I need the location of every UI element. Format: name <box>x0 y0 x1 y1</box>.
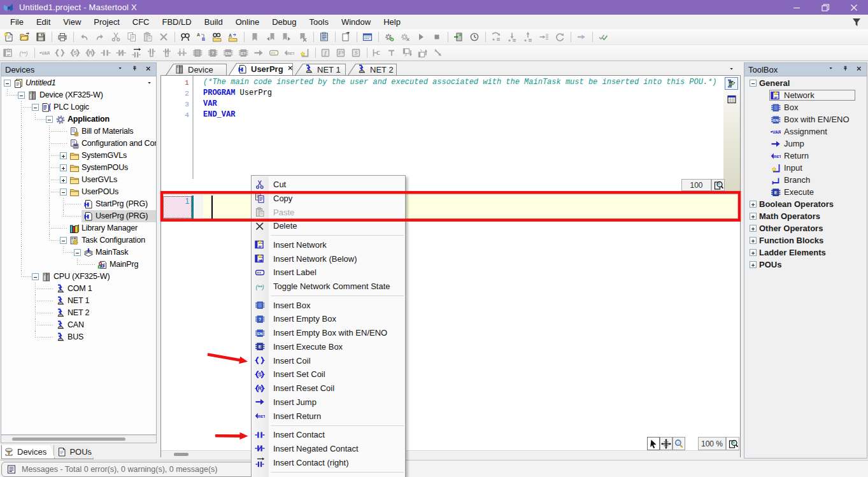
ld-parallel-neg-contact-icon[interactable] <box>160 46 173 60</box>
cut-gray-icon[interactable] <box>108 30 123 44</box>
ld-jump-icon[interactable] <box>252 46 265 60</box>
save-icon[interactable] <box>33 30 48 44</box>
undo-icon[interactable] <box>76 30 91 44</box>
menu-project[interactable]: Project <box>87 15 125 29</box>
ladder-network-row[interactable]: 1 <box>161 195 740 219</box>
toolbox-pous[interactable]: POUs <box>744 259 867 271</box>
toolbox-boolean-operators[interactable]: Boolean Operators <box>744 198 867 210</box>
context-insert-box[interactable]: Insert Box <box>252 299 406 313</box>
tree-item-net-2[interactable]: NET 2 <box>1 307 157 319</box>
ld-branch-start-icon[interactable] <box>370 46 383 60</box>
chevron-down-icon[interactable] <box>117 65 125 74</box>
clock-icon[interactable] <box>467 30 481 44</box>
menu-cfc[interactable]: CFC <box>126 15 156 29</box>
context-insert-return[interactable]: RET Insert Return <box>252 409 406 424</box>
pin-icon[interactable] <box>131 65 139 74</box>
ld-label-icon[interactable] <box>267 46 280 60</box>
tree-item-com-1[interactable]: COM 1 <box>1 283 157 295</box>
code-line[interactable]: 1 (*The main code inserted by the user a… <box>161 77 740 88</box>
paste-gray-icon[interactable] <box>140 30 155 44</box>
context-insert-reset-coil[interactable]: R Insert Reset Coil <box>252 381 406 395</box>
cursor-arrow-tool-button[interactable] <box>647 437 660 450</box>
context-paste[interactable]: Paste <box>252 206 406 220</box>
context-insert-execute-box[interactable]: E Insert Execute Box <box>252 340 406 354</box>
code-line[interactable]: 4 END_VAR <box>161 110 740 120</box>
ld-branch-t-icon[interactable] <box>385 46 399 60</box>
ld-coil-icon[interactable] <box>53 46 66 60</box>
ld-s-box-icon[interactable]: S <box>349 46 362 60</box>
ld-comment-icon[interactable]: (**) <box>17 46 30 60</box>
ld-contact-icon[interactable] <box>99 46 112 60</box>
run-play-icon[interactable] <box>413 30 428 44</box>
context-insert-jump[interactable]: Insert Jump <box>252 395 406 409</box>
export-page-icon[interactable] <box>338 30 353 44</box>
open-folder-icon[interactable] <box>17 30 32 44</box>
context-insert-negated-contact[interactable]: Insert Negated Contact <box>252 442 406 456</box>
ld-box-q-icon[interactable]: ? <box>206 46 219 60</box>
toolbox-jump[interactable]: Jump <box>744 138 867 150</box>
tree-item-bill-of-materials[interactable]: Bill of Materials <box>1 125 157 138</box>
collapse-icon[interactable] <box>18 92 25 99</box>
toolbox-branch[interactable]: Branch <box>744 174 867 186</box>
expand-icon[interactable] <box>60 152 67 159</box>
close-icon[interactable] <box>145 65 153 74</box>
tree-item-bus[interactable]: BUS <box>1 331 157 343</box>
splitter-collapse-icon[interactable] <box>443 191 449 194</box>
toolbox-function-blocks[interactable]: Function Blocks <box>744 234 867 246</box>
toolbox-box[interactable]: Box <box>744 101 867 113</box>
bookmark-clear-icon[interactable] <box>295 30 309 44</box>
context-delete[interactable]: Delete <box>252 219 406 233</box>
devices-horizontal-scrollbar[interactable] <box>1 435 157 443</box>
stop-icon[interactable] <box>429 30 444 44</box>
ld-contact-right-icon[interactable] <box>129 46 143 60</box>
replace-icon[interactable]: AB <box>194 30 208 44</box>
collapse-icon[interactable] <box>60 237 67 244</box>
redo-icon[interactable] <box>92 30 107 44</box>
step-out-icon[interactable] <box>520 30 535 44</box>
ld-fb-box-icon[interactable]: Fᵇ <box>334 46 347 60</box>
copy-gray-icon[interactable] <box>124 30 139 44</box>
login-device-icon[interactable] <box>451 30 466 44</box>
ld-drag-arrow-icon[interactable] <box>431 46 445 60</box>
properties-clipboard-icon[interactable] <box>317 30 331 44</box>
tree-item-cpu-xf325-w[interactable]: CPU (XF325-W) <box>1 271 157 283</box>
tree-item-device-xf325-w[interactable]: Device (XF325-W) <box>1 89 157 101</box>
editor-tab-userprg[interactable]: UserPrg <box>229 63 293 75</box>
context-insert-network[interactable]: Insert Network <box>252 238 406 252</box>
tree-item-net-1[interactable]: NET 1 <box>1 295 157 307</box>
panel-tab-pous[interactable]: POUs <box>53 445 94 459</box>
flow-control-icon[interactable] <box>574 30 588 44</box>
ld-f-box-icon[interactable]: f <box>318 46 332 60</box>
context-toggle-network-comment-state[interactable]: (**) Toggle Network Comment State <box>252 280 406 294</box>
context-insert-coil[interactable]: Insert Coil <box>252 354 406 368</box>
step-into-icon[interactable] <box>504 30 519 44</box>
declaration-zoom-icon[interactable] <box>711 179 725 191</box>
ld-reset-coil-icon[interactable]: R <box>83 46 97 60</box>
panel-tab-devices[interactable]: Devices <box>1 445 55 459</box>
tree-item-maintask[interactable]: MainTask <box>1 246 157 259</box>
ld-network-icon[interactable] <box>1 46 15 60</box>
collapse-icon[interactable] <box>750 80 757 87</box>
tree-item-can[interactable]: CAN <box>1 319 157 331</box>
context-insert-contact[interactable]: Insert Contact <box>252 428 406 442</box>
collapse-icon[interactable] <box>74 249 81 256</box>
tree-item-plc-logic[interactable]: PLC Logic <box>1 101 157 113</box>
bookmark-prev-icon[interactable] <box>263 30 278 44</box>
find-in-project-icon[interactable] <box>210 30 224 44</box>
expand-icon[interactable] <box>60 164 67 171</box>
toolbox-ladder-elements[interactable]: Ladder Elements <box>744 246 867 259</box>
context-insert-set-coil[interactable]: S Insert Set Coil <box>252 367 406 381</box>
pin-icon[interactable] <box>841 65 850 74</box>
toolbox-assignment[interactable]: VARAssignment <box>744 125 867 138</box>
collapse-icon[interactable] <box>32 273 39 280</box>
delete-x-icon[interactable] <box>156 30 171 44</box>
ld-assignment-icon[interactable]: VAR <box>38 46 51 60</box>
close-icon[interactable] <box>855 65 864 74</box>
ld-box-eno-icon[interactable]: E? <box>236 46 250 60</box>
toolbox-input[interactable]: Input <box>744 162 867 174</box>
ld-set-coil-icon[interactable]: S <box>68 46 82 60</box>
menu-debug[interactable]: Debug <box>266 15 302 29</box>
network-number-box[interactable]: 1 <box>163 196 192 218</box>
ladder-zoom-icon[interactable] <box>726 437 739 450</box>
login-gear-icon[interactable] <box>381 30 396 44</box>
